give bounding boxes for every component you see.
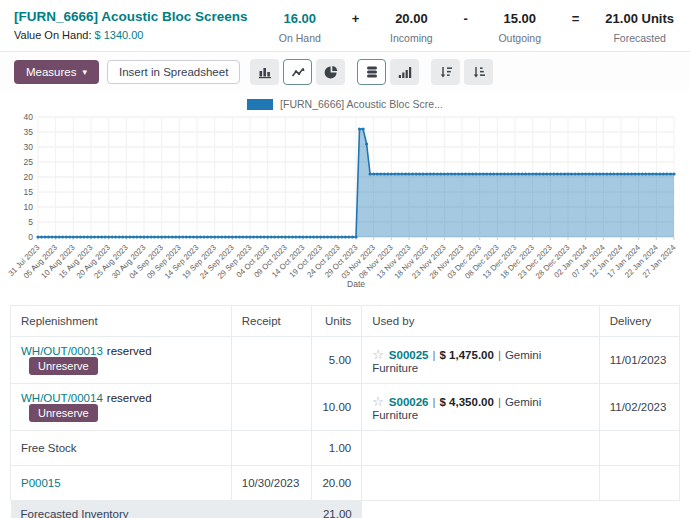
sale-amount: $ 4,350.00 — [440, 396, 494, 408]
forecasted-inventory-row: Forecasted Inventory 21.00 — [11, 501, 680, 518]
stacked-icon — [365, 65, 379, 79]
pie-chart-button[interactable] — [316, 59, 345, 85]
column-header-receipt: Receipt — [231, 306, 311, 337]
legend-label: [FURN_6666] Acoustic Bloc Scre... — [280, 98, 443, 110]
svg-text:Date: Date — [347, 279, 365, 289]
equals-operator: = — [572, 11, 580, 26]
outgoing-label: Outgoing — [494, 32, 546, 44]
svg-text:10: 10 — [24, 202, 34, 212]
forecasted-inventory-units: 21.00 — [312, 501, 362, 518]
sale-order-link[interactable]: S00025 — [389, 349, 429, 361]
table-header-row: Replenishment Receipt Units Used by Deli… — [11, 306, 680, 337]
forecast-chart-svg[interactable]: 051015202530354031 Jul 202305 Aug 202310… — [8, 111, 682, 293]
metric-outgoing: 15.00 Outgoing — [494, 11, 546, 44]
column-header-delivery: Delivery — [599, 306, 679, 337]
replenishment-link[interactable]: WH/OUT/00014 — [21, 392, 103, 404]
metric-incoming: 20.00 Incoming — [385, 11, 437, 44]
delivery-cell — [599, 466, 679, 501]
chart-type-buttons — [250, 59, 493, 85]
receipt-cell — [231, 384, 311, 431]
used-by-cell: ☆S00025|$ 1,475.00|Gemini Furniture — [362, 337, 600, 384]
sort-ascending-button[interactable] — [464, 59, 493, 85]
bar-chart-icon — [258, 65, 272, 79]
receipt-cell — [231, 431, 311, 466]
metric-on-hand: 16.00 On Hand — [274, 11, 326, 44]
reserved-note: reserved — [107, 345, 152, 357]
page-title: [FURN_6666] Acoustic Bloc Screens — [14, 9, 248, 24]
replenishment-link[interactable]: P00015 — [21, 477, 61, 489]
forecasted-inventory-used-by-cell — [362, 501, 600, 518]
delivery-cell: 11/01/2023 — [599, 337, 679, 384]
replenishment-link[interactable]: WH/OUT/00013 — [21, 345, 103, 357]
replenishment-cell: WH/OUT/00014reservedUnreserve — [11, 384, 232, 431]
forecast-chart-section: [FURN_6666] Acoustic Bloc Scre... 051015… — [0, 92, 690, 297]
table-row: Free Stock1.00 — [11, 431, 680, 466]
receipt-cell: 10/30/2023 — [231, 466, 311, 501]
replenishment-cell: Free Stock — [11, 431, 232, 466]
delivery-cell: 11/02/2023 — [599, 384, 679, 431]
column-header-replenishment: Replenishment — [11, 306, 232, 337]
forecasted-inventory-label: Forecasted Inventory — [11, 501, 232, 518]
unreserve-button[interactable]: Unreserve — [29, 404, 98, 422]
insert-in-spreadsheet-button[interactable]: Insert in Spreadsheet — [107, 60, 240, 84]
on-hand-label: On Hand — [274, 32, 326, 44]
metric-forecasted: 21.00 Units Forecasted — [605, 11, 674, 44]
svg-text:5: 5 — [28, 217, 33, 227]
incoming-label: Incoming — [385, 32, 437, 44]
delivery-cell — [599, 431, 679, 466]
bar-chart-button[interactable] — [250, 59, 279, 85]
replenishment-cell: WH/OUT/00013reservedUnreserve — [11, 337, 232, 384]
outgoing-value: 15.00 — [494, 11, 546, 26]
units-cell: 20.00 — [312, 466, 362, 501]
sort-descending-icon — [439, 65, 453, 79]
value-on-hand-amount: $ 1340.00 — [94, 29, 143, 41]
measures-button-label: Measures — [26, 66, 77, 78]
sale-order-link[interactable]: S00026 — [389, 396, 429, 408]
svg-text:15: 15 — [24, 187, 34, 197]
units-cell: 5.00 — [312, 337, 362, 384]
replenishment-cell: P00015 — [11, 466, 232, 501]
replenishment-section: Replenishment Receipt Units Used by Deli… — [0, 297, 690, 518]
star-icon[interactable]: ☆ — [372, 347, 384, 362]
used-by-cell — [362, 431, 600, 466]
value-on-hand: Value On Hand:$ 1340.00 — [14, 29, 248, 41]
stacked-toggle-button[interactable] — [357, 59, 386, 85]
svg-text:40: 40 — [24, 112, 34, 122]
measures-button[interactable]: Measures ▾ — [14, 60, 99, 84]
value-on-hand-label: Value On Hand: — [14, 29, 91, 41]
chart-legend: [FURN_6666] Acoustic Bloc Scre... — [8, 98, 682, 110]
svg-text:30: 30 — [24, 142, 34, 152]
separator: | — [498, 396, 501, 408]
separator: | — [498, 349, 501, 361]
minus-operator: - — [463, 11, 467, 26]
replenishment-table-body: WH/OUT/00013reservedUnreserve5.00☆S00025… — [11, 337, 680, 501]
sort-ascending-icon — [472, 65, 486, 79]
plus-operator: + — [352, 11, 360, 26]
cumulative-toggle-button[interactable] — [390, 59, 419, 85]
replenishment-text: Free Stock — [21, 442, 77, 454]
star-icon[interactable]: ☆ — [372, 394, 384, 409]
sale-amount: $ 1,475.00 — [440, 349, 494, 361]
units-cell: 10.00 — [312, 384, 362, 431]
separator: | — [433, 396, 436, 408]
forecasted-inventory-delivery-cell — [599, 501, 679, 518]
unreserve-button[interactable]: Unreserve — [29, 357, 98, 375]
product-summary: [FURN_6666] Acoustic Bloc Screens Value … — [14, 9, 248, 41]
svg-text:25: 25 — [24, 157, 34, 167]
sort-descending-button[interactable] — [431, 59, 460, 85]
table-row: WH/OUT/00014reservedUnreserve10.00☆S0002… — [11, 384, 680, 431]
replenishment-table: Replenishment Receipt Units Used by Deli… — [10, 305, 680, 518]
incoming-value: 20.00 — [385, 11, 437, 26]
reserved-note: reserved — [107, 392, 152, 404]
used-by-cell: ☆S00026|$ 4,350.00|Gemini Furniture — [362, 384, 600, 431]
column-header-units: Units — [312, 306, 362, 337]
forecasted-value: 21.00 Units — [605, 11, 674, 26]
svg-text:0: 0 — [28, 232, 33, 242]
used-by-cell — [362, 466, 600, 501]
forecast-metrics: 16.00 On Hand + 20.00 Incoming - 15.00 O… — [274, 11, 676, 44]
forecasted-inventory-receipt-cell — [231, 501, 311, 518]
forecasted-label: Forecasted — [605, 32, 674, 44]
units-cell: 1.00 — [312, 431, 362, 466]
line-chart-button[interactable] — [283, 59, 312, 85]
graph-toolbar: Measures ▾ Insert in Spreadsheet — [0, 52, 690, 92]
